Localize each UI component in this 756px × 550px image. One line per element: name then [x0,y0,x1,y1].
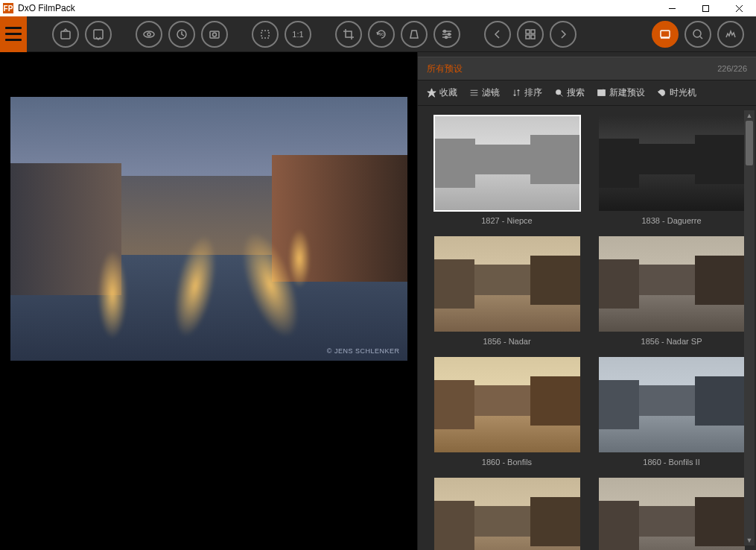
tab-favorites[interactable]: 收藏 [427,86,457,99]
history-button[interactable] [168,21,195,48]
preset-thumbnail[interactable] [598,236,746,332]
presets-panel: 所有预设 226/226 收藏 滤镜 排序 搜索 新建预设 时光机 1827 -… [417,52,756,550]
scroll-handle[interactable] [746,121,753,165]
preset-label: 1827 - Niepce [481,216,533,225]
next-button[interactable] [550,21,576,48]
panel-tabs: 收藏 滤镜 排序 搜索 新建预设 时光机 [418,80,756,106]
tab-label: 搜索 [567,86,585,99]
svg-point-17 [448,33,451,35]
save-button[interactable] [85,21,112,48]
preset-label: 1856 - Nadar SP [641,337,702,346]
maximize-button[interactable] [689,0,722,16]
titlebar: FP DxO FilmPack [0,0,756,16]
preset-thumbnail[interactable] [433,477,581,550]
preset-label: 1856 - Nadar [483,337,530,346]
tab-label: 滤镜 [482,86,500,99]
image-viewer[interactable]: © JENS SCHLENKER [0,52,417,550]
histogram-button[interactable] [717,21,744,48]
svg-point-16 [444,30,446,32]
main-image: © JENS SCHLENKER [10,97,407,361]
preset-item[interactable] [430,477,584,550]
scrollbar[interactable]: ▲ ▼ [744,110,755,546]
preset-label: 1860 - Bonfils [482,458,532,467]
open-button[interactable] [52,21,79,48]
rotate-button[interactable]: 90 [368,21,395,48]
app-icon: FP [3,3,13,13]
tab-label: 新建预设 [609,86,645,99]
preset-list: 1827 - Niepce1838 - Daguerre1856 - Nadar… [418,106,756,550]
svg-point-7 [147,33,150,36]
prev-button[interactable] [484,21,511,48]
svg-rect-11 [261,31,269,38]
svg-point-6 [144,31,154,37]
preset-thumbnail[interactable] [433,356,581,453]
tab-label: 收藏 [439,86,457,99]
preset-thumbnail[interactable] [433,236,581,332]
zoom-label: 1:1 [292,30,303,39]
preset-item[interactable]: 1827 - Niepce [430,115,584,225]
preset-label: 1860 - Bonfils II [643,458,699,467]
svg-rect-22 [531,35,535,39]
preset-item[interactable] [594,477,749,550]
svg-rect-4 [61,31,70,39]
panel-count: 226/226 [717,64,747,73]
window-controls [655,0,756,16]
preview-button[interactable] [136,21,162,48]
zoom-1-1-button[interactable]: 1:1 [285,21,311,48]
svg-point-30 [556,89,561,95]
tab-sort[interactable]: 排序 [512,86,542,99]
svg-point-25 [693,30,701,37]
sliders-button[interactable] [433,21,460,48]
panel-header: 所有预设 226/226 [418,57,756,80]
scroll-up-icon[interactable]: ▲ [744,110,755,121]
main: © JENS SCHLENKER 所有预设 226/226 收藏 滤镜 排序 搜… [0,52,756,550]
tab-filter[interactable]: 滤镜 [469,86,500,99]
tab-label: 时光机 [670,86,696,99]
app-title: DxO FilmPack [18,3,75,13]
tab-label: 排序 [524,86,542,99]
tab-new-preset[interactable]: 新建预设 [597,86,645,99]
svg-rect-20 [531,30,535,34]
menu-button[interactable] [0,16,27,52]
preset-thumbnail[interactable] [598,356,746,453]
svg-line-31 [560,94,562,96]
svg-point-18 [445,36,448,38]
preset-thumbnail[interactable] [598,115,746,212]
minimize-button[interactable] [655,0,689,16]
grid-view-button[interactable] [517,21,544,48]
preset-thumbnail[interactable] [433,115,581,212]
preset-item[interactable]: 1856 - Nadar SP [594,236,749,346]
crop-button[interactable] [335,21,362,48]
preset-item[interactable]: 1838 - Daguerre [594,115,749,225]
svg-point-10 [213,33,217,37]
svg-line-26 [700,37,702,39]
preset-item[interactable]: 1856 - Nadar [430,236,584,346]
fit-button[interactable] [252,21,279,48]
perspective-button[interactable] [401,21,428,48]
preset-item[interactable]: 1860 - Bonfils II [594,356,749,467]
tab-search[interactable]: 搜索 [554,86,585,99]
image-credit: © JENS SCHLENKER [327,347,400,355]
close-button[interactable] [722,0,756,16]
svg-rect-1 [703,5,709,11]
scroll-down-icon[interactable]: ▼ [744,535,755,546]
svg-rect-19 [526,30,530,34]
loupe-button[interactable] [684,21,711,48]
svg-text:90: 90 [379,32,384,37]
preset-thumbnail[interactable] [598,477,746,550]
preset-label: 1838 - Daguerre [641,216,701,225]
preset-item[interactable]: 1860 - Bonfils [430,356,584,467]
toolbar: 1:1 90 [0,16,756,52]
panel-title: 所有预设 [427,63,463,75]
tab-time-machine[interactable]: 时光机 [657,86,696,99]
svg-rect-23 [661,31,670,37]
presets-panel-button[interactable] [652,21,679,48]
svg-rect-21 [526,35,530,39]
svg-rect-5 [94,30,103,39]
snapshot-button[interactable] [201,21,228,48]
